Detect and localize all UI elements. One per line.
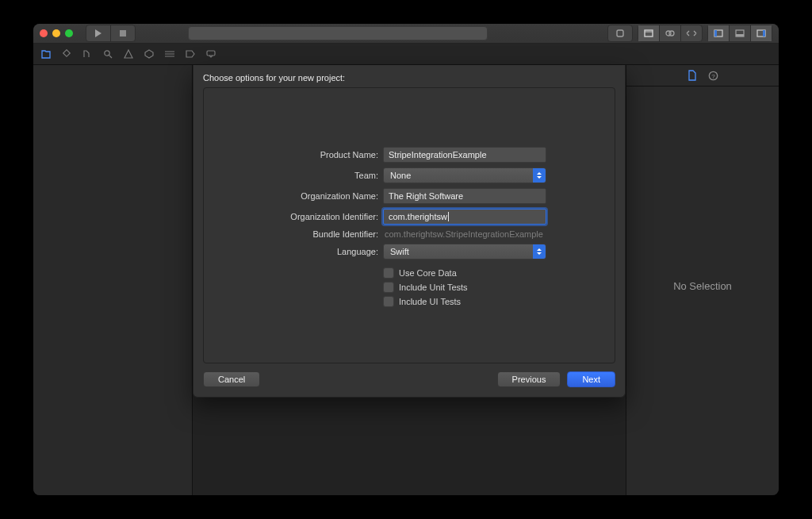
svg-rect-11 [763, 30, 765, 37]
navigator-tabbar [33, 44, 779, 65]
organization-identifier-value: com.therightsw [389, 210, 447, 223]
standard-editor-button[interactable] [638, 25, 659, 41]
issue-navigator-tab[interactable] [122, 48, 135, 60]
toggle-navigator-button[interactable] [708, 25, 729, 41]
organization-name-value: The Right Software [389, 190, 463, 202]
close-window-button[interactable] [40, 29, 48, 37]
use-core-data-label: Use Core Data [399, 268, 457, 278]
minimize-window-button[interactable] [52, 29, 60, 37]
product-name-label: Product Name: [236, 150, 378, 160]
include-ui-tests-label: Include UI Tests [399, 297, 461, 306]
project-navigator-tab[interactable] [40, 48, 52, 60]
include-ui-tests-checkbox[interactable]: Include UI Tests [383, 296, 546, 307]
assistant-editor-button[interactable] [659, 25, 680, 41]
checkbox-icon [383, 296, 394, 307]
team-value: None [390, 171, 411, 180]
options-form: Product Name: StripeIntegrationExample T… [236, 147, 551, 307]
run-stop-segment [86, 25, 136, 42]
svg-text:?: ? [711, 72, 715, 79]
titlebar [33, 24, 779, 44]
inspector-tabbar: ? [626, 65, 779, 86]
svg-rect-0 [120, 30, 126, 37]
language-popup[interactable]: Swift [383, 244, 546, 260]
activity-view [188, 26, 488, 40]
chevron-up-down-icon [533, 168, 546, 183]
file-inspector-tab[interactable] [688, 70, 697, 81]
text-cursor [448, 212, 449, 221]
symbol-navigator-tab[interactable] [81, 48, 94, 60]
toggle-inspector-button[interactable] [750, 25, 772, 41]
svg-rect-7 [714, 30, 717, 37]
product-name-value: StripeIntegrationExample [389, 148, 487, 161]
svg-rect-1 [617, 30, 623, 37]
toggle-debug-button[interactable] [729, 25, 750, 41]
svg-point-5 [669, 31, 674, 36]
main-body: Choose options for your new project: Pro… [33, 65, 779, 495]
xcode-window: Choose options for your new project: Pro… [33, 24, 779, 495]
organization-identifier-label: Organization Identifier: [236, 212, 378, 221]
cancel-button[interactable]: Cancel [203, 371, 260, 387]
find-navigator-tab[interactable] [102, 48, 114, 60]
breakpoint-navigator-tab[interactable] [184, 48, 197, 60]
organization-name-label: Organization Name: [236, 191, 378, 201]
sheet-content: Product Name: StripeIntegrationExample T… [203, 87, 615, 363]
run-button[interactable] [86, 25, 110, 41]
source-control-navigator-tab[interactable] [60, 48, 73, 60]
svg-rect-12 [63, 50, 70, 56]
checkbox-icon [383, 267, 394, 279]
new-project-sheet: Choose options for your new project: Pro… [193, 65, 626, 398]
svg-line-14 [109, 56, 112, 58]
checkbox-icon [383, 282, 394, 293]
library-button[interactable] [607, 25, 633, 42]
team-label: Team: [236, 171, 378, 180]
editor-layout-segment [638, 25, 703, 42]
chevron-up-down-icon [533, 244, 546, 259]
language-value: Swift [390, 247, 409, 256]
test-navigator-tab[interactable] [143, 48, 155, 60]
language-label: Language: [236, 247, 378, 256]
toolbar-right [607, 25, 772, 42]
svg-rect-2 [645, 30, 653, 37]
svg-point-13 [105, 51, 109, 56]
include-unit-tests-checkbox[interactable]: Include Unit Tests [383, 282, 546, 293]
navigator-panel [33, 65, 193, 495]
sheet-title: Choose options for your new project: [203, 73, 615, 83]
zoom-window-button[interactable] [65, 29, 73, 37]
include-unit-tests-label: Include Unit Tests [399, 283, 468, 292]
debug-navigator-tab[interactable] [163, 48, 176, 60]
bundle-identifier-value: com.therightsw.StripeIntegrationExample [383, 229, 546, 239]
use-core-data-checkbox[interactable]: Use Core Data [383, 267, 546, 279]
bundle-identifier-label: Bundle Identifier: [236, 229, 378, 239]
previous-button[interactable]: Previous [497, 371, 561, 387]
svg-rect-18 [207, 51, 215, 56]
organization-identifier-field[interactable]: com.therightsw [383, 209, 546, 225]
next-button[interactable]: Next [567, 371, 615, 387]
report-navigator-tab[interactable] [205, 48, 217, 60]
svg-rect-9 [736, 34, 744, 37]
inspector-panel: ? No Selection [626, 65, 779, 495]
sheet-button-row: Cancel Previous Next [203, 371, 615, 387]
quick-help-inspector-tab[interactable]: ? [708, 71, 718, 81]
no-selection-label: No Selection [673, 280, 732, 292]
editor-area: Choose options for your new project: Pro… [193, 65, 626, 495]
window-controls [40, 29, 73, 37]
team-popup[interactable]: None [383, 167, 546, 183]
product-name-field[interactable]: StripeIntegrationExample [383, 147, 546, 163]
organization-name-field[interactable]: The Right Software [383, 188, 546, 204]
panel-visibility-segment [707, 25, 772, 42]
stop-button[interactable] [110, 25, 135, 41]
version-editor-button[interactable] [680, 25, 702, 41]
